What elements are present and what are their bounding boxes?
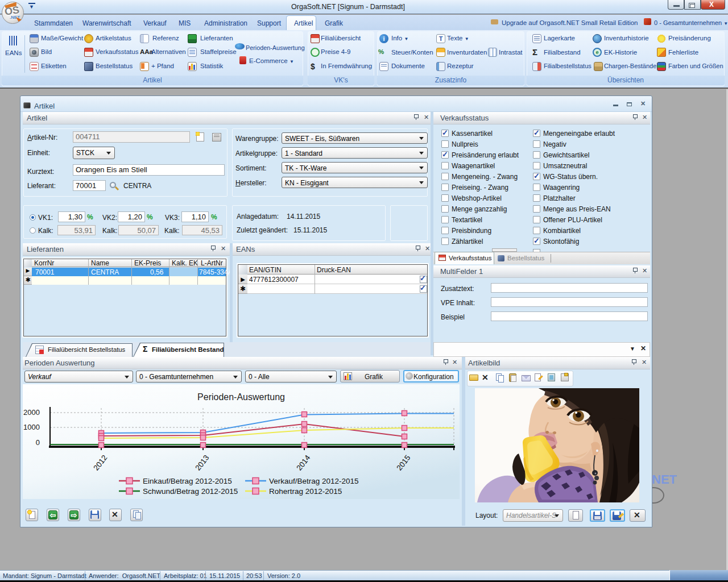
svg-text:0: 0 — [36, 438, 40, 447]
svg-text:Rohertrag 2012-2015: Rohertrag 2012-2015 — [269, 487, 342, 496]
svg-text:2000: 2000 — [23, 408, 40, 417]
svg-text:1000: 1000 — [23, 423, 40, 431]
svg-text:Perioden-Auswertung: Perioden-Auswertung — [197, 392, 285, 402]
svg-text:Verkauf/Betrag 2012-2015: Verkauf/Betrag 2012-2015 — [269, 477, 359, 485]
svg-text:Einkauf/Betrag 2012-2015: Einkauf/Betrag 2012-2015 — [143, 477, 232, 485]
svg-text:Schwund/Betrag 2012-2015: Schwund/Betrag 2012-2015 — [143, 487, 238, 496]
